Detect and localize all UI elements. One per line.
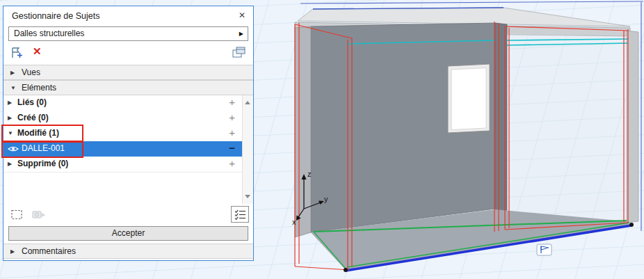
topic-palette-icon[interactable] xyxy=(232,45,247,61)
checklist-button[interactable] xyxy=(231,206,249,223)
axis-z-label: z xyxy=(307,170,312,178)
chevron-down-icon: ▼ xyxy=(10,85,16,91)
panel-toolbar: ✕ xyxy=(3,43,253,63)
dropdown-value: Dalles structurelles xyxy=(14,27,84,40)
tree-row-label: Modifié (1) xyxy=(17,128,59,138)
section-label: Vues xyxy=(22,67,40,77)
chevron-right-icon: ▶ xyxy=(10,70,15,76)
chevron-right-icon[interactable]: ▶ xyxy=(8,99,12,106)
scroll-down-arrow[interactable] xyxy=(245,195,250,198)
add-button[interactable]: + xyxy=(229,96,235,108)
section-header-vues[interactable]: ▶ Vues xyxy=(3,65,253,80)
chevron-down-icon[interactable]: ▼ xyxy=(8,130,13,136)
panel-titlebar: Gestionnaire de Sujets ✕ xyxy=(3,6,253,26)
tree-row-lies[interactable]: ▶ Liés (0) + xyxy=(3,95,242,111)
section-header-commentaires[interactable]: ▶ Commentaires xyxy=(3,244,253,259)
tree-row-modifie[interactable]: ▼ Modifié (1) + xyxy=(3,126,242,142)
add-button[interactable]: + xyxy=(229,111,235,123)
new-topic-flag-icon[interactable] xyxy=(9,45,26,61)
axis-y-label: y xyxy=(324,195,328,203)
tree-row-label: Supprimé (0) xyxy=(17,159,68,168)
tree-row-label: DALLE-001 xyxy=(22,143,65,153)
eye-icon xyxy=(8,145,19,153)
panel-title: Gestionnaire de Sujets xyxy=(12,11,99,21)
model-window xyxy=(448,64,490,133)
tree-scrollbar[interactable] xyxy=(242,95,253,204)
add-button[interactable]: + xyxy=(229,157,235,169)
axis-x-label: x xyxy=(292,218,296,226)
tree-row-supprime[interactable]: ▶ Supprimé (0) + xyxy=(3,157,242,173)
topic-manager-panel: Gestionnaire de Sujets ✕ Dalles structur… xyxy=(3,6,254,261)
app-window: z y x Gestionnaire de Sujets ✕ Dalles st… xyxy=(0,0,644,279)
section-label: Eléments xyxy=(22,83,56,93)
tree-row-label: Créé (0) xyxy=(17,113,49,122)
capture-arrow-icon[interactable] xyxy=(31,209,47,221)
remove-button[interactable]: − xyxy=(229,142,235,154)
chevron-right-icon[interactable]: ▶ xyxy=(8,161,12,167)
topic-filter-dropdown[interactable]: Dalles structurelles ▶ xyxy=(8,26,248,41)
checklist-icon xyxy=(234,209,247,221)
close-icon[interactable]: ✕ xyxy=(239,10,245,20)
chevron-right-icon: ▶ xyxy=(239,31,243,37)
accept-button[interactable]: Accepter xyxy=(8,226,248,241)
tree-row-dalle-001[interactable]: DALLE-001 − xyxy=(3,141,242,157)
add-button[interactable]: + xyxy=(229,127,235,138)
panel-bottom-toolbar xyxy=(3,205,253,225)
tree-row-cree[interactable]: ▶ Créé (0) + xyxy=(3,111,242,127)
delete-topic-icon[interactable]: ✕ xyxy=(33,45,42,58)
section-header-elements[interactable]: ▼ Eléments xyxy=(3,80,253,95)
section-label: Commentaires xyxy=(22,246,76,256)
flag-marker-icon[interactable] xyxy=(537,244,552,255)
marquee-icon[interactable] xyxy=(10,209,24,221)
chevron-right-icon: ▶ xyxy=(10,248,15,255)
tree-row-label: Liés (0) xyxy=(17,97,47,107)
scroll-up-arrow[interactable] xyxy=(245,101,250,104)
chevron-right-icon[interactable]: ▶ xyxy=(8,115,12,121)
elements-tree: ▶ Liés (0) + ▶ Créé (0) + ▼ Modifié (1) … xyxy=(3,95,253,204)
